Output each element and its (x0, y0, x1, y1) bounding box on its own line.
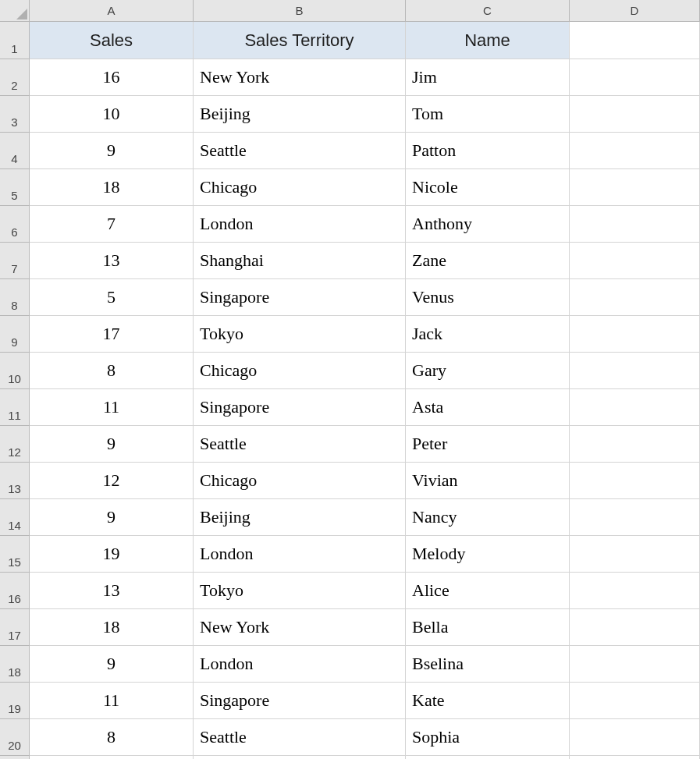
cell-name[interactable]: Sophia (406, 719, 570, 756)
cell-D6[interactable] (570, 206, 700, 243)
cell-D3[interactable] (570, 96, 700, 133)
cell-sales[interactable]: 13 (30, 573, 194, 609)
cell-territory[interactable]: London (194, 646, 406, 683)
cell-D4[interactable] (570, 133, 700, 169)
cell-name[interactable]: Peter (406, 426, 570, 463)
row-header-20[interactable]: 20 (0, 719, 30, 756)
row-header-9[interactable]: 9 (0, 316, 30, 353)
cell-name[interactable]: Jack (406, 316, 570, 353)
row-header-6[interactable]: 6 (0, 206, 30, 243)
cell-name[interactable]: Bselina (406, 646, 570, 683)
cell-territory[interactable]: Chicago (194, 169, 406, 206)
cell-sales[interactable]: 8 (30, 719, 194, 756)
cell-D10[interactable] (570, 353, 700, 389)
cell-D8[interactable] (570, 279, 700, 316)
select-all-corner[interactable] (0, 0, 30, 22)
cell-sales[interactable]: 13 (30, 243, 194, 279)
row-header-7[interactable]: 7 (0, 243, 30, 279)
cell-A21[interactable] (30, 756, 194, 759)
cell-D18[interactable] (570, 646, 700, 683)
header-name[interactable]: Name (406, 22, 570, 59)
cell-sales[interactable]: 5 (30, 279, 194, 316)
cell-territory[interactable]: Chicago (194, 463, 406, 499)
cell-D12[interactable] (570, 426, 700, 463)
cell-sales[interactable]: 9 (30, 499, 194, 536)
cell-territory[interactable]: Tokyo (194, 316, 406, 353)
cell-D5[interactable] (570, 169, 700, 206)
row-header-13[interactable]: 13 (0, 463, 30, 499)
cell-D20[interactable] (570, 719, 700, 756)
cell-D16[interactable] (570, 573, 700, 609)
cell-sales[interactable]: 19 (30, 536, 194, 573)
column-header-A[interactable]: A (30, 0, 194, 22)
cell-sales[interactable]: 9 (30, 133, 194, 169)
row-header-10[interactable]: 10 (0, 353, 30, 389)
column-header-D[interactable]: D (570, 0, 700, 22)
row-header-14[interactable]: 14 (0, 499, 30, 536)
cell-D9[interactable] (570, 316, 700, 353)
cell-territory[interactable]: Tokyo (194, 573, 406, 609)
cell-name[interactable]: Alice (406, 573, 570, 609)
cell-name[interactable]: Asta (406, 389, 570, 426)
cell-sales[interactable]: 16 (30, 59, 194, 96)
row-header-2[interactable]: 2 (0, 59, 30, 96)
cell-name[interactable]: Gary (406, 353, 570, 389)
cell-sales[interactable]: 12 (30, 463, 194, 499)
cell-territory[interactable]: New York (194, 59, 406, 96)
cell-name[interactable]: Vivian (406, 463, 570, 499)
cell-D11[interactable] (570, 389, 700, 426)
cell-sales[interactable]: 18 (30, 169, 194, 206)
cell-name[interactable]: Bella (406, 609, 570, 646)
column-header-C[interactable]: C (406, 0, 570, 22)
cell-sales[interactable]: 9 (30, 426, 194, 463)
cell-territory[interactable]: Beijing (194, 499, 406, 536)
row-header-21[interactable]: 21 (0, 756, 30, 759)
cell-D7[interactable] (570, 243, 700, 279)
cell-territory[interactable]: Seattle (194, 719, 406, 756)
row-header-11[interactable]: 11 (0, 389, 30, 426)
cell-D19[interactable] (570, 683, 700, 719)
cell-D1[interactable] (570, 22, 700, 59)
cell-name[interactable]: Jim (406, 59, 570, 96)
cell-sales[interactable]: 7 (30, 206, 194, 243)
cell-territory[interactable]: Singapore (194, 389, 406, 426)
cell-D17[interactable] (570, 609, 700, 646)
cell-sales[interactable]: 8 (30, 353, 194, 389)
row-header-17[interactable]: 17 (0, 609, 30, 646)
cell-sales[interactable]: 11 (30, 683, 194, 719)
cell-D13[interactable] (570, 463, 700, 499)
cell-name[interactable]: Patton (406, 133, 570, 169)
header-sales[interactable]: Sales (30, 22, 194, 59)
cell-name[interactable]: Nancy (406, 499, 570, 536)
cell-territory[interactable]: London (194, 536, 406, 573)
row-header-4[interactable]: 4 (0, 133, 30, 169)
cell-territory[interactable]: Beijing (194, 96, 406, 133)
row-header-8[interactable]: 8 (0, 279, 30, 316)
cell-sales[interactable]: 17 (30, 316, 194, 353)
header-territory[interactable]: Sales Territory (194, 22, 406, 59)
cell-name[interactable]: Anthony (406, 206, 570, 243)
cell-name[interactable]: Tom (406, 96, 570, 133)
cell-D2[interactable] (570, 59, 700, 96)
cell-territory[interactable]: Chicago (194, 353, 406, 389)
cell-territory[interactable]: Singapore (194, 683, 406, 719)
cell-D14[interactable] (570, 499, 700, 536)
row-header-12[interactable]: 12 (0, 426, 30, 463)
row-header-18[interactable]: 18 (0, 646, 30, 683)
cell-name[interactable]: Melody (406, 536, 570, 573)
cell-sales[interactable]: 10 (30, 96, 194, 133)
cell-D15[interactable] (570, 536, 700, 573)
cell-sales[interactable]: 11 (30, 389, 194, 426)
cell-B21[interactable] (194, 756, 406, 759)
cell-territory[interactable]: Shanghai (194, 243, 406, 279)
row-header-16[interactable]: 16 (0, 573, 30, 609)
row-header-15[interactable]: 15 (0, 536, 30, 573)
column-header-B[interactable]: B (194, 0, 406, 22)
spreadsheet-grid[interactable]: ABCD1SalesSales TerritoryName216New York… (0, 0, 700, 759)
cell-name[interactable]: Venus (406, 279, 570, 316)
cell-sales[interactable]: 9 (30, 646, 194, 683)
cell-territory[interactable]: New York (194, 609, 406, 646)
cell-D21[interactable] (570, 756, 700, 759)
cell-territory[interactable]: Singapore (194, 279, 406, 316)
cell-name[interactable]: Nicole (406, 169, 570, 206)
